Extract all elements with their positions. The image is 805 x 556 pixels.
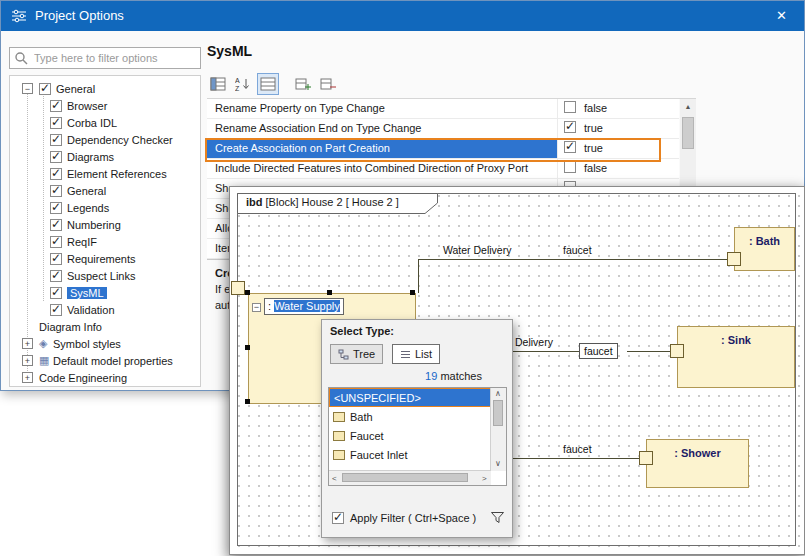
expand-all-button[interactable] (292, 73, 314, 95)
part-sink[interactable]: : Sink (677, 326, 795, 388)
checkbox-checked[interactable] (50, 253, 62, 265)
property-row[interactable]: Rename Property on Type Change false (207, 99, 679, 119)
checkbox-checked[interactable] (50, 151, 62, 163)
tree-item-code-engineering[interactable]: Code Engineering (10, 369, 200, 386)
tab-tree[interactable]: Tree (330, 344, 383, 364)
tree-item-diagram-info[interactable]: Diagram Info (10, 318, 200, 335)
checkbox-checked[interactable] (564, 141, 576, 153)
tree-item-requirements[interactable]: Requirements (10, 250, 200, 267)
checkbox-checked[interactable] (50, 219, 62, 231)
tree-item-default-model-properties[interactable]: ▦ Default model properties (10, 352, 200, 369)
part-shower[interactable]: : Shower (646, 439, 749, 488)
expand-icon[interactable] (22, 372, 33, 383)
expand-icon[interactable] (22, 355, 33, 366)
tree-item-general-root[interactable]: General (10, 80, 200, 97)
checkbox-checked[interactable] (50, 304, 62, 316)
connector-label-delivery[interactable]: Delivery (515, 336, 553, 348)
close-button[interactable]: ✕ (759, 1, 804, 31)
scrollbar-thumb[interactable] (342, 473, 468, 482)
tree-item-numbering[interactable]: Numbering (10, 216, 200, 233)
tree-item-reqif[interactable]: ReqIF (10, 233, 200, 250)
scrollbar-thumb[interactable] (682, 117, 694, 149)
filter-input[interactable] (9, 47, 201, 69)
list-item-bath[interactable]: Bath (329, 407, 491, 426)
checkbox-checked[interactable] (564, 121, 576, 133)
connector-sink[interactable] (627, 351, 670, 352)
checkbox-checked[interactable] (50, 117, 62, 129)
part-name-editor[interactable]: : Water Supply (264, 298, 344, 315)
tree-item-symbol-styles[interactable]: ◈ Symbol styles (10, 335, 200, 352)
checkbox-checked[interactable] (50, 202, 62, 214)
scrollbar-thumb[interactable] (493, 400, 503, 426)
connector-bath-vertical[interactable] (418, 259, 419, 293)
resize-handle[interactable] (245, 399, 250, 404)
port-faucet-shower[interactable] (639, 451, 653, 465)
port-label-faucet[interactable]: faucet (563, 443, 592, 455)
checkbox-checked[interactable] (50, 168, 62, 180)
tree-item-suspect-links[interactable]: Suspect Links (10, 267, 200, 284)
compact-view-button[interactable] (257, 73, 279, 95)
tree-item-element-references[interactable]: Element References (10, 165, 200, 182)
tree-item-corba-idl[interactable]: Corba IDL (10, 114, 200, 131)
collapse-compartment-icon[interactable]: − (252, 303, 261, 312)
checkbox-checked[interactable] (50, 134, 62, 146)
checkbox-unchecked[interactable] (564, 161, 576, 173)
port-faucet-bath[interactable] (727, 252, 741, 266)
resize-handle[interactable] (410, 290, 415, 295)
scroll-up-button[interactable]: ∧ (495, 389, 501, 398)
frame-port[interactable] (231, 281, 245, 295)
checkbox-checked[interactable] (332, 512, 344, 524)
scroll-up-button[interactable]: ▲ (680, 99, 696, 115)
expand-icon[interactable] (22, 338, 33, 349)
checkbox-checked[interactable] (50, 270, 62, 282)
tree-item-browser[interactable]: Browser (10, 97, 200, 114)
list-horizontal-scrollbar[interactable]: < > (329, 470, 491, 485)
resize-handle[interactable] (327, 290, 332, 295)
tree-item-sysml[interactable]: SysML (10, 284, 200, 301)
collapse-icon[interactable] (22, 83, 33, 94)
part-bath[interactable]: : Bath (734, 227, 795, 271)
categorized-view-button[interactable] (207, 73, 229, 95)
value-cell[interactable]: false (557, 159, 679, 178)
tree-item-general[interactable]: General (10, 182, 200, 199)
checkbox-unchecked[interactable] (564, 101, 576, 113)
scroll-left-button[interactable]: < (332, 474, 337, 483)
scroll-right-button[interactable]: > (482, 474, 487, 483)
port-label-faucet[interactable]: faucet (579, 343, 618, 359)
port-faucet-sink[interactable] (670, 344, 684, 358)
tree-item-legends[interactable]: Legends (10, 199, 200, 216)
port-label-faucet[interactable]: faucet (563, 244, 592, 256)
list-item-unspecified[interactable]: <UNSPECIFIED> (329, 388, 491, 407)
value-cell[interactable]: false (557, 99, 679, 118)
checkbox-checked[interactable] (50, 185, 62, 197)
property-row-selected[interactable]: Create Association on Part Creation true (207, 139, 679, 159)
resize-handle[interactable] (245, 345, 250, 350)
sort-alphabetically-button[interactable]: AZ (232, 73, 254, 95)
list-vertical-scrollbar[interactable]: ∧ ∨ (490, 388, 506, 471)
panel-heading: SysML (207, 43, 252, 59)
property-row[interactable]: Rename Association End on Type Change tr… (207, 119, 679, 139)
list-item-faucet[interactable]: Faucet (329, 426, 491, 445)
connector-bath[interactable] (418, 259, 727, 260)
value-cell[interactable]: true (557, 139, 679, 158)
connector-shower[interactable] (506, 458, 639, 459)
checkbox-checked[interactable] (50, 236, 62, 248)
tab-list[interactable]: List (392, 344, 440, 364)
list-item-faucet-inlet[interactable]: Faucet Inlet (329, 445, 491, 464)
selected-tree-item: SysML (67, 287, 107, 299)
resize-handle[interactable] (245, 290, 250, 295)
scroll-down-button[interactable]: ∨ (495, 459, 501, 468)
checkbox-checked[interactable] (50, 287, 62, 299)
checkbox-checked[interactable] (50, 100, 62, 112)
tree-item-validation[interactable]: Validation (10, 301, 200, 318)
tree-item-diagrams[interactable]: Diagrams (10, 148, 200, 165)
block-icon (333, 412, 345, 422)
filter-funnel-icon[interactable] (490, 510, 505, 525)
tree-item-dependency-checker[interactable]: Dependency Checker (10, 131, 200, 148)
property-row[interactable]: Include Directed Features into Combined … (207, 159, 679, 179)
value-cell[interactable]: true (557, 119, 679, 138)
connector-sink[interactable] (506, 351, 579, 352)
checkbox-checked[interactable] (39, 83, 51, 95)
collapse-all-button[interactable] (317, 73, 339, 95)
connector-label-water-delivery[interactable]: Water Delivery (443, 244, 511, 256)
